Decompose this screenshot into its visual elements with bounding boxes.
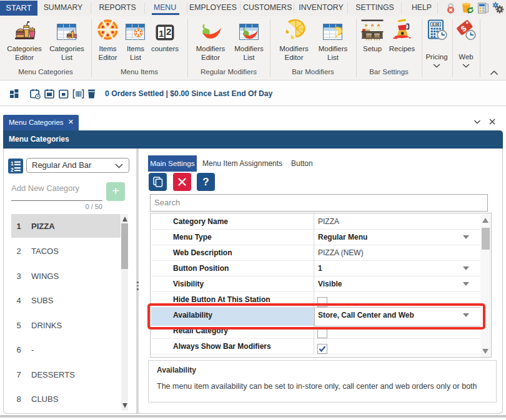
svg-text:1: 1 <box>159 28 164 39</box>
svg-text:0,00: 0,00 <box>432 22 439 26</box>
svg-text:2: 2 <box>11 167 14 173</box>
svg-text:2: 2 <box>166 26 171 37</box>
svg-text:1: 1 <box>11 160 14 167</box>
